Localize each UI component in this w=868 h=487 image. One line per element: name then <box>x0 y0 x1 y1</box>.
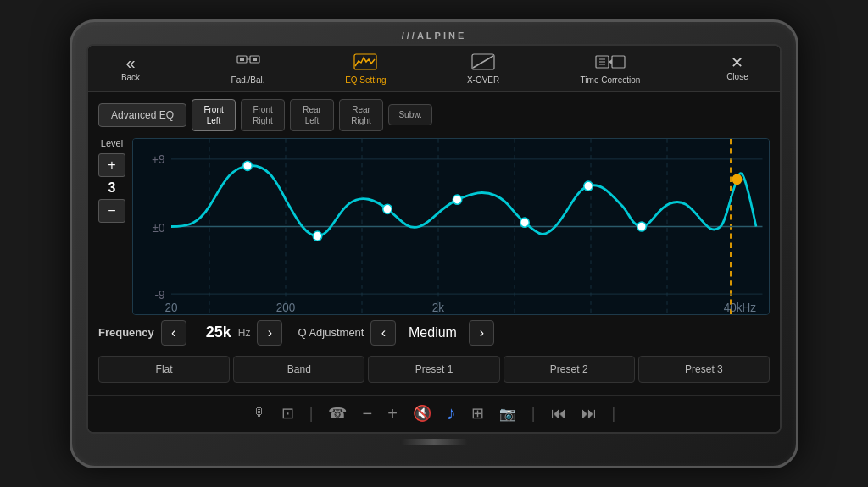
camera-icon[interactable]: 📷 <box>499 406 516 422</box>
frequency-unit: Hz <box>238 327 251 339</box>
speaker-front-left[interactable]: FrontLeft <box>192 99 236 131</box>
frequency-bar: Frequency ‹ 25k Hz › Q Adjustment ‹ Medi… <box>98 315 770 351</box>
q-adjustment-label: Q Adjustment <box>298 326 364 339</box>
nav-eq-setting[interactable]: EQ Setting <box>340 51 391 86</box>
time-correction-icon <box>595 53 626 74</box>
level-minus-button[interactable]: − <box>98 199 125 223</box>
phone-icon[interactable]: ☎ <box>328 404 347 423</box>
preset-1[interactable]: Preset 1 <box>368 356 499 383</box>
main-content: Advanced EQ FrontLeft FrontRight RearLef… <box>88 92 780 395</box>
level-label: Level <box>101 138 123 148</box>
preset-flat[interactable]: Flat <box>98 356 230 383</box>
speaker-front-right[interactable]: FrontRight <box>241 99 285 131</box>
svg-text:200: 200 <box>276 300 296 313</box>
close-label: Close <box>726 72 748 81</box>
svg-point-33 <box>243 161 253 170</box>
svg-text:2k: 2k <box>432 300 444 313</box>
fad-bal-icon <box>236 53 260 74</box>
separator-2: | <box>531 405 536 423</box>
nav-xover[interactable]: X-OVER <box>458 51 509 86</box>
prev-track-icon[interactable]: ⏮ <box>551 405 566 423</box>
eq-setting-icon <box>353 53 377 74</box>
separator-3: | <box>612 405 616 423</box>
svg-text:40kHz: 40kHz <box>724 300 756 313</box>
frequency-label: Frequency <box>98 326 154 339</box>
q-adjustment-value: Medium <box>403 325 462 340</box>
eq-graph[interactable]: +9 ±0 -9 20 200 2k 40kHz <box>132 138 770 315</box>
svg-rect-2 <box>240 58 244 61</box>
minus-icon[interactable]: − <box>362 404 372 423</box>
eq-setting-label: EQ Setting <box>345 75 386 85</box>
frequency-prev-button[interactable]: ‹ <box>161 320 186 346</box>
svg-text:20: 20 <box>164 300 177 313</box>
next-track-icon[interactable]: ⏭ <box>581 405 597 423</box>
q-prev-button[interactable]: ‹ <box>370 320 396 346</box>
xover-label: X-OVER <box>467 75 499 85</box>
speaker-row: Advanced EQ FrontLeft FrontRight RearLef… <box>98 99 770 131</box>
level-control: Level + 3 − <box>98 138 125 315</box>
level-value: 3 <box>99 180 125 196</box>
svg-rect-3 <box>253 58 257 61</box>
svg-text:+9: +9 <box>152 152 165 165</box>
svg-point-35 <box>383 204 392 213</box>
mute-icon[interactable]: 🔇 <box>413 404 431 423</box>
svg-text:-9: -9 <box>154 288 164 302</box>
bottom-bar: 🎙 ⊡ | ☎ − + 🔇 ♪ ⊞ 📷 | ⏮ ⏭ | <box>88 395 780 432</box>
svg-text:±0: ±0 <box>153 220 165 234</box>
time-correction-label: Time Correction <box>581 75 641 85</box>
frequency-value: 25k <box>193 324 231 341</box>
svg-point-37 <box>520 218 530 227</box>
svg-point-34 <box>313 231 322 241</box>
back-icon: « <box>125 54 135 71</box>
q-next-button[interactable]: › <box>469 320 494 346</box>
preset-3[interactable]: Preset 3 <box>638 356 770 383</box>
back-label: Back <box>121 73 140 82</box>
xover-icon <box>471 53 495 74</box>
speaker-rear-left[interactable]: RearLeft <box>290 99 334 131</box>
plus-icon[interactable]: + <box>387 404 398 423</box>
device-handle <box>400 439 468 445</box>
speaker-subwoofer[interactable]: Subw. <box>388 104 432 125</box>
frequency-next-button[interactable]: › <box>257 320 282 346</box>
svg-point-36 <box>453 195 462 204</box>
svg-rect-9 <box>612 56 625 68</box>
mic-icon[interactable]: 🎙 <box>253 406 266 421</box>
nav-bar: « Back Fad./Bal. <box>88 46 780 92</box>
nav-fad-bal[interactable]: Fad./Bal. <box>223 51 274 86</box>
advanced-eq-button[interactable]: Advanced EQ <box>98 103 186 127</box>
speaker-rear-right[interactable]: RearRight <box>339 99 383 131</box>
preset-bar: Flat Band Preset 1 Preset 2 Preset 3 <box>98 351 770 388</box>
device-frame: ///ALPINE « Back Fad./Bal. <box>70 19 798 468</box>
nav-time-correction[interactable]: Time Correction <box>576 51 646 86</box>
screen-icon[interactable]: ⊡ <box>281 404 294 423</box>
close-icon: ✕ <box>731 55 743 70</box>
nav-back[interactable]: « Back <box>105 53 156 84</box>
grid-icon[interactable]: ⊞ <box>471 404 484 423</box>
screen: « Back Fad./Bal. <box>86 44 782 434</box>
fad-bal-label: Fad./Bal. <box>231 75 265 85</box>
eq-area: Level + 3 − <box>98 138 770 315</box>
nav-close[interactable]: ✕ Close <box>712 53 763 83</box>
brand-logo: ///ALPINE <box>402 30 467 41</box>
preset-2[interactable]: Preset 2 <box>504 356 635 383</box>
separator-1: | <box>309 405 314 423</box>
svg-point-40 <box>732 174 742 184</box>
svg-point-38 <box>584 181 593 191</box>
level-plus-button[interactable]: + <box>98 153 125 177</box>
svg-line-7 <box>473 56 493 68</box>
music-icon[interactable]: ♪ <box>447 402 456 424</box>
svg-point-39 <box>637 221 647 230</box>
preset-band[interactable]: Band <box>233 356 364 383</box>
